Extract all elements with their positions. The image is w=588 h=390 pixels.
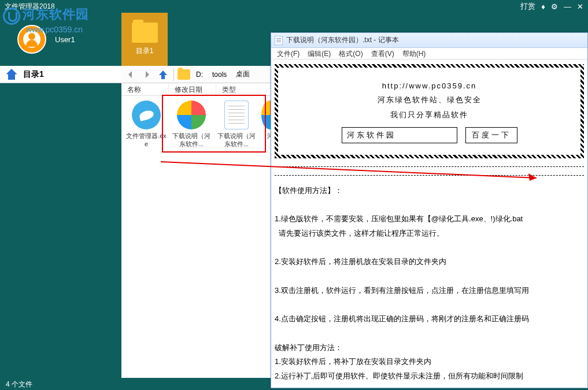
divider (275, 166, 584, 167)
menu-view[interactable]: 查看(V) (371, 49, 394, 58)
home-icon[interactable] (5, 68, 19, 81)
app-icon (177, 101, 206, 129)
exe-icon (132, 101, 161, 129)
minimize-button[interactable]: — (564, 2, 571, 11)
forward-button[interactable] (140, 68, 154, 81)
file-item[interactable]: 下载说明（河东软件... (171, 101, 212, 148)
banner-search-text: 河东软件园 (342, 127, 457, 143)
username: User1 (55, 35, 75, 44)
folder-icon (177, 69, 190, 80)
ascii-banner: http://www.pc0359.cn 河东绿色软件站、绿色安全 我们只分享精… (275, 64, 584, 158)
back-button[interactable] (124, 68, 138, 81)
titlebar-controls: 打赏 ♦ ⚙ — ✕ (520, 1, 583, 12)
shirt-icon[interactable]: ♦ (541, 2, 545, 11)
notepad-text: 【软件使用方法】： 1.绿色版软件，不需要安装，压缩包里如果有【@绿化工具.ex… (275, 184, 584, 384)
donate-button[interactable]: 打赏 (520, 1, 535, 12)
current-directory: 目录1 (23, 69, 44, 80)
file-label: 下载说明（河东软件... (171, 132, 212, 148)
user-block: User1 (0, 25, 121, 54)
breadcrumb-drive[interactable]: D: (193, 70, 206, 79)
column-date[interactable]: 修改日期 (169, 83, 216, 95)
file-item[interactable]: 文件管理器.exe (126, 101, 167, 148)
separator (173, 68, 174, 81)
notepad-window: 下载说明（河东软件园）.txt - 记事本 文件(F) 编辑(E) 格式(O) … (271, 32, 588, 388)
titlebar: 文件管理器2018 打赏 ♦ ⚙ — ✕ (0, 0, 588, 13)
notepad-icon (275, 36, 283, 45)
txt-icon (224, 101, 249, 129)
file-label: 文件管理器.exe (126, 132, 167, 148)
menu-file[interactable]: 文件(F) (277, 49, 299, 58)
notepad-menu: 文件(F) 编辑(E) 格式(O) 查看(V) 帮助(H) (271, 48, 587, 60)
banner-line: 河东绿色软件站、绿色安全 (283, 95, 576, 105)
directory-tab-label: 目录1 (136, 46, 154, 56)
left-pane: 目录1 (0, 66, 121, 378)
file-item[interactable]: 下载说明（河东软件... (216, 101, 257, 148)
banner-url: http://www.pc0359.cn (283, 81, 576, 90)
divider (275, 175, 584, 176)
breadcrumb-item[interactable]: 桌面 (232, 69, 253, 79)
notepad-titlebar: 下载说明（河东软件园）.txt - 记事本 (271, 33, 587, 48)
banner-line: 我们只分享精品软件 (283, 110, 576, 120)
status-count: 4 个文件 (6, 380, 32, 388)
close-button[interactable]: ✕ (577, 2, 583, 11)
notepad-title: 下载说明（河东软件园）.txt - 记事本 (286, 35, 399, 45)
app-title: 文件管理器2018 (5, 2, 55, 12)
up-button[interactable] (156, 68, 170, 81)
menu-help[interactable]: 帮助(H) (402, 49, 426, 58)
column-name[interactable]: 名称 (121, 83, 169, 95)
notepad-body[interactable]: http://www.pc0359.cn 河东绿色软件站、绿色安全 我们只分享精… (271, 60, 587, 388)
breadcrumb-item[interactable]: tools (209, 70, 230, 79)
banner-search-btn: 百度一下 (465, 127, 517, 143)
left-header: 目录1 (0, 66, 121, 83)
directory-tab[interactable]: 目录1 (121, 13, 168, 66)
menu-format[interactable]: 格式(O) (339, 49, 363, 58)
avatar[interactable] (17, 25, 46, 54)
settings-icon[interactable]: ⚙ (551, 2, 558, 11)
folder-icon (132, 23, 158, 43)
file-label: 下载说明（河东软件... (216, 132, 257, 148)
menu-edit[interactable]: 编辑(E) (308, 49, 331, 58)
